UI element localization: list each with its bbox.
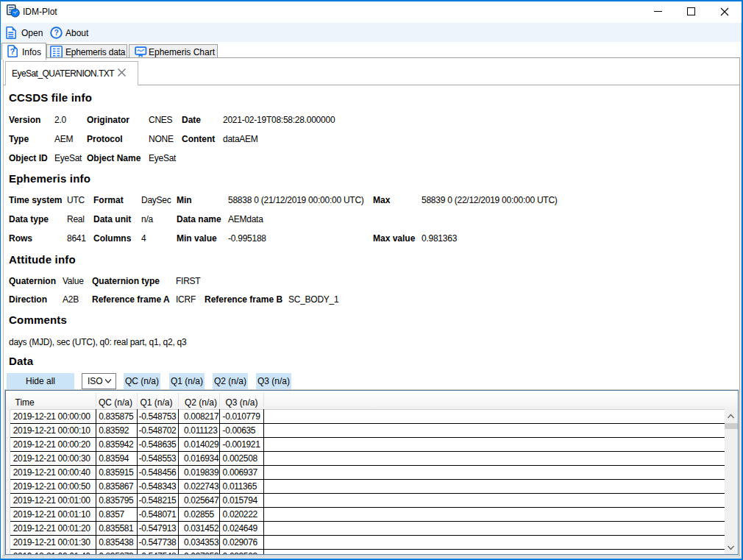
svg-text:?: ? <box>10 47 15 56</box>
svg-text:?: ? <box>54 28 58 37</box>
